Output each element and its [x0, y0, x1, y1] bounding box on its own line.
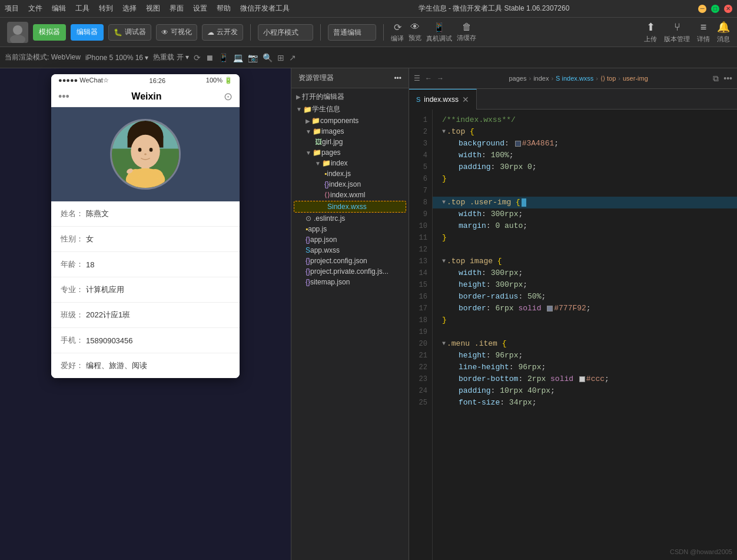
code-line-7[interactable]	[433, 185, 737, 197]
mode-select[interactable]: 小程序模式	[258, 24, 313, 41]
tree-item-pages[interactable]: ▼ 📁 pages	[291, 147, 409, 158]
message-button[interactable]: 🔔 消息	[717, 21, 730, 44]
fold-arrow-20[interactable]: ▼	[442, 338, 446, 350]
code-line-17[interactable]: border : 6rpx solid #777F92 ;	[433, 303, 737, 314]
menu-item-edit[interactable]: 编辑	[52, 4, 66, 14]
tree-item-project-private-config[interactable]: {} project.private.config.js...	[291, 266, 409, 277]
upload-button[interactable]: ⬆ 上传	[644, 21, 657, 44]
split-editor-icon[interactable]: ⧉	[713, 74, 719, 84]
zoom-icon[interactable]: 🔍	[263, 53, 273, 62]
tree-item-app-js[interactable]: ▪ app.js	[291, 224, 409, 234]
compile-button[interactable]: ⟳ 编译	[391, 22, 404, 43]
code-line-14[interactable]: width : 300rpx ;	[433, 267, 737, 279]
tree-item-project-config[interactable]: {} project.config.json	[291, 256, 409, 266]
code-line-5[interactable]: padding : 30rpx 0 ;	[433, 161, 737, 173]
fold-arrow-8[interactable]: ▼	[442, 197, 446, 208]
preview-button[interactable]: 👁 预览	[409, 22, 421, 42]
project-root[interactable]: ▼ 📁 学生信息	[291, 103, 409, 115]
clear-cache-button[interactable]: 🗑 清缓存	[457, 22, 476, 42]
cloud-button[interactable]: ☁ 云开发	[202, 24, 243, 41]
stop-icon[interactable]: ⏹	[205, 53, 214, 62]
code-line-4[interactable]: width : 100% ;	[433, 150, 737, 161]
details-button[interactable]: ≡ 详情	[697, 21, 710, 44]
menu-item-devtools[interactable]: 微信开发者工具	[240, 4, 290, 14]
minimize-button[interactable]: ─	[698, 5, 706, 13]
code-line-10[interactable]: margin : 0 auto ;	[433, 220, 737, 232]
tab-close-button[interactable]: ✕	[462, 95, 469, 104]
tree-item-girl-jpg[interactable]: 🖼 girl.jpg	[291, 137, 409, 147]
grid-icon[interactable]: ⊞	[277, 53, 284, 62]
maximize-button[interactable]: □	[711, 5, 719, 13]
tree-item-index-wxss[interactable]: S index.wxss	[294, 201, 406, 213]
device-select[interactable]: iPhone 5 100% 16 ▾	[85, 54, 148, 62]
hamburger-icon[interactable]: ☰	[414, 74, 420, 82]
back-icon[interactable]: ⟳	[194, 53, 201, 62]
tree-item-app-json[interactable]: {} app.json	[291, 234, 409, 245]
fold-arrow-2[interactable]: ▼	[442, 126, 446, 138]
explorer-menu-icon[interactable]: •••	[394, 74, 401, 82]
arrow-right-icon[interactable]: →	[437, 74, 444, 82]
code-line-13[interactable]: ▼ .top image {	[433, 256, 737, 267]
menu-item-select[interactable]: 选择	[122, 4, 137, 14]
phone-frame-icon[interactable]: 📱	[218, 53, 228, 62]
close-button[interactable]: ✕	[724, 5, 732, 13]
code-line-8[interactable]: ▼ .top .user-img {	[433, 197, 737, 208]
version-button[interactable]: ⑂ 版本管理	[664, 21, 690, 44]
code-line-1[interactable]: /**index.wxss**/	[433, 114, 737, 126]
tablet-icon[interactable]: 💻	[233, 53, 243, 62]
code-line-2[interactable]: ▼ .top {	[433, 126, 737, 138]
real-device-button[interactable]: 📱 真机调试	[426, 22, 452, 43]
tree-item-index-folder[interactable]: ▼ 📁 index	[291, 158, 409, 168]
code-lines[interactable]: /**index.wxss**/ ▼ .top { background : #…	[433, 110, 737, 560]
share-icon[interactable]: ↗	[289, 53, 296, 62]
code-line-6[interactable]: }	[433, 173, 737, 185]
tree-item-sitemap[interactable]: {} sitemap.json	[291, 277, 409, 287]
tree-item-app-wxss[interactable]: S app.wxss	[291, 245, 409, 256]
wxss-icon: S	[327, 203, 332, 211]
code-line-22[interactable]: line-height : 96rpx ;	[433, 362, 737, 373]
menu-item-goto[interactable]: 转到	[99, 4, 113, 14]
menu-item-project[interactable]: 项目	[5, 4, 19, 14]
code-line-18[interactable]: }	[433, 314, 737, 326]
code-line-23[interactable]: border-bottom : 2rpx solid #ccc ;	[433, 373, 737, 385]
code-line-15[interactable]: height : 300rpx ;	[433, 279, 737, 291]
visualize-button[interactable]: 👁 可视化	[156, 24, 197, 41]
editor-button[interactable]: 编辑器	[71, 24, 104, 41]
tree-item-components[interactable]: ▶ 📁 components	[291, 115, 409, 126]
tree-item-index-json[interactable]: {} index.json	[291, 179, 409, 190]
code-line-25[interactable]: font-size : 34rpx ;	[433, 397, 737, 409]
code-line-9[interactable]: width : 300rpx ;	[433, 208, 737, 220]
open-editors-header[interactable]: ▶ 打开的编辑器	[291, 91, 409, 103]
explorer-content: ▶ 打开的编辑器 ▼ 📁 学生信息 ▶ 📁 components ▼ 📁	[291, 88, 409, 560]
fold-arrow-13[interactable]: ▼	[442, 256, 446, 267]
code-line-12[interactable]	[433, 244, 737, 256]
sep2: ›	[551, 75, 553, 82]
code-content[interactable]: 1 2 3 4 5 6 7 8 9 10 11 12 13 14 15 16 1…	[409, 110, 737, 560]
tree-item-eslint[interactable]: ⊙ .eslintrc.js	[291, 213, 409, 224]
compile-select[interactable]: 普通编辑	[328, 24, 376, 41]
menu-item-file[interactable]: 文件	[28, 4, 42, 14]
tree-item-index-js[interactable]: ▪ index.js	[291, 168, 409, 179]
debugger-button[interactable]: 🐛 调试器	[108, 24, 151, 41]
capture-icon[interactable]: 📷	[248, 53, 258, 62]
menu-item-tools[interactable]: 工具	[75, 4, 89, 14]
code-line-21[interactable]: height : 96rpx ;	[433, 350, 737, 362]
menu-item-interface[interactable]: 界面	[170, 4, 184, 14]
menu-item-view[interactable]: 视图	[146, 4, 160, 14]
tab-index-wxss[interactable]: S index.wxss ✕	[409, 89, 477, 110]
code-line-11[interactable]: }	[433, 232, 737, 244]
tree-item-index-wxml[interactable]: ⟨⟩ index.wxml	[291, 190, 409, 200]
more-options-icon[interactable]: •••	[723, 74, 732, 83]
hot-reload-label[interactable]: 热重载 开 ▾	[153, 52, 189, 62]
code-line-24[interactable]: padding : 10rpx 40rpx ;	[433, 385, 737, 397]
editor-tabs: S index.wxss ✕	[409, 89, 737, 110]
code-line-19[interactable]	[433, 326, 737, 338]
code-line-16[interactable]: border-radius : 50% ;	[433, 291, 737, 303]
tree-item-images[interactable]: ▼ 📁 images	[291, 126, 409, 137]
code-line-20[interactable]: ▼ .menu .item {	[433, 338, 737, 350]
menu-item-help[interactable]: 帮助	[217, 4, 231, 14]
code-line-3[interactable]: background : #3A4861 ;	[433, 138, 737, 150]
arrow-left-icon[interactable]: ←	[425, 74, 432, 82]
simulator-button[interactable]: 模拟器	[33, 24, 66, 41]
menu-item-settings[interactable]: 设置	[193, 4, 207, 14]
